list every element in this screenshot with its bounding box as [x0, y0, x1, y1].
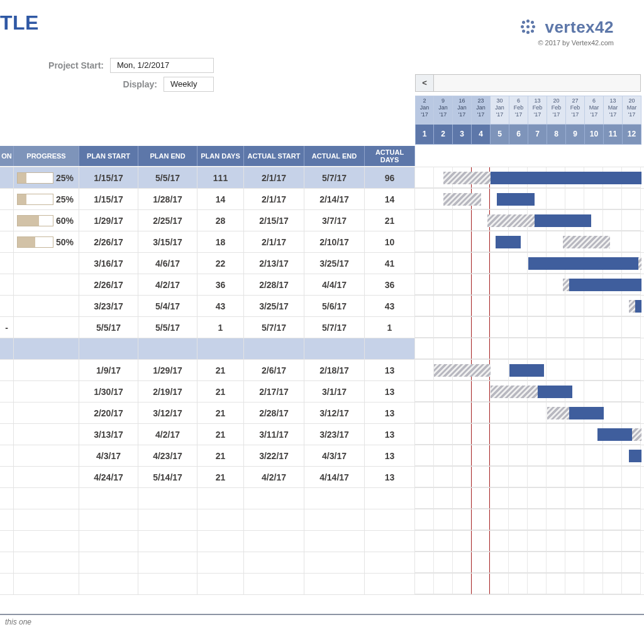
plan-end-cell[interactable]: 2/25/17 [138, 210, 197, 231]
plan-start-cell[interactable]: 1/29/17 [79, 210, 138, 231]
progress-cell[interactable] [14, 296, 79, 316]
actual-days-cell[interactable]: 13 [365, 424, 415, 445]
actual-start-cell[interactable]: 2/28/17 [244, 274, 304, 295]
task-row[interactable]: 4/24/175/14/17214/2/174/14/1713 [0, 467, 644, 488]
plan-end-cell[interactable]: 4/6/17 [138, 253, 197, 274]
actual-days-cell[interactable]: 10 [365, 231, 415, 252]
actual-days-cell[interactable]: 1 [365, 317, 415, 338]
actual-end-cell[interactable]: 3/7/17 [304, 210, 365, 231]
col-plan-start[interactable]: PLAN START [79, 146, 138, 166]
sheet-tab-hint[interactable]: this one [0, 614, 644, 630]
plan-end-cell[interactable]: 4/23/17 [138, 445, 197, 466]
actual-days-cell[interactable]: 13 [365, 445, 415, 466]
task-row[interactable]: 1/9/171/29/17212/6/172/18/1713 [0, 360, 644, 381]
plan-end-cell[interactable]: 5/4/17 [138, 296, 197, 316]
plan-days-cell[interactable]: 18 [197, 231, 244, 252]
actual-start-cell[interactable]: 2/1/17 [244, 167, 304, 188]
actual-days-cell[interactable]: 43 [365, 296, 415, 316]
plan-days-cell[interactable]: 28 [197, 210, 244, 231]
plan-days-cell[interactable] [197, 338, 244, 359]
progress-cell[interactable] [14, 402, 79, 423]
plan-end-cell[interactable] [138, 509, 197, 530]
actual-days-cell[interactable]: 96 [365, 167, 415, 188]
plan-start-cell[interactable]: 2/26/17 [79, 231, 138, 252]
progress-cell[interactable] [14, 253, 79, 274]
task-row[interactable]: -5/5/175/5/1715/7/175/7/171 [0, 317, 644, 338]
plan-days-cell[interactable] [197, 552, 244, 573]
plan-days-cell[interactable]: 21 [197, 360, 244, 380]
plan-start-cell[interactable] [79, 531, 138, 552]
actual-end-cell[interactable] [304, 574, 365, 594]
actual-end-cell[interactable]: 4/4/17 [304, 274, 365, 295]
display-dropdown[interactable]: Weekly [164, 77, 214, 92]
scroll-left-button[interactable]: < [415, 74, 434, 92]
actual-days-cell[interactable] [365, 488, 415, 509]
actual-start-cell[interactable] [244, 338, 304, 359]
col-actual-days[interactable]: ACTUAL DAYS [365, 146, 415, 166]
plan-start-cell[interactable]: 3/23/17 [79, 296, 138, 316]
task-row[interactable] [0, 488, 644, 509]
actual-end-cell[interactable]: 3/23/17 [304, 424, 365, 445]
plan-days-cell[interactable]: 21 [197, 402, 244, 423]
plan-end-cell[interactable]: 1/29/17 [138, 360, 197, 380]
progress-cell[interactable] [14, 467, 79, 487]
plan-days-cell[interactable]: 14 [197, 189, 244, 209]
plan-start-cell[interactable]: 1/15/17 [79, 189, 138, 209]
actual-end-cell[interactable] [304, 531, 365, 552]
progress-cell[interactable]: 25% [14, 167, 79, 188]
actual-days-cell[interactable]: 21 [365, 210, 415, 231]
actual-end-cell[interactable]: 4/3/17 [304, 445, 365, 466]
actual-end-cell[interactable]: 3/12/17 [304, 402, 365, 423]
actual-start-cell[interactable]: 4/2/17 [244, 467, 304, 487]
actual-end-cell[interactable] [304, 488, 365, 509]
progress-cell[interactable] [14, 274, 79, 295]
task-row[interactable] [0, 531, 644, 552]
plan-days-cell[interactable] [197, 509, 244, 530]
plan-end-cell[interactable]: 1/28/17 [138, 189, 197, 209]
plan-days-cell[interactable] [197, 531, 244, 552]
actual-days-cell[interactable]: 13 [365, 402, 415, 423]
plan-end-cell[interactable] [138, 552, 197, 573]
actual-end-cell[interactable]: 3/25/17 [304, 253, 365, 274]
actual-start-cell[interactable]: 3/25/17 [244, 296, 304, 316]
plan-start-cell[interactable]: 4/24/17 [79, 467, 138, 487]
plan-end-cell[interactable] [138, 531, 197, 552]
progress-cell[interactable] [14, 531, 79, 552]
progress-cell[interactable]: 25% [14, 189, 79, 209]
actual-days-cell[interactable] [365, 531, 415, 552]
plan-start-cell[interactable]: 2/26/17 [79, 274, 138, 295]
task-row[interactable] [0, 574, 644, 595]
plan-end-cell[interactable]: 5/5/17 [138, 317, 197, 338]
actual-end-cell[interactable]: 5/7/17 [304, 317, 365, 338]
plan-start-cell[interactable]: 5/5/17 [79, 317, 138, 338]
plan-days-cell[interactable]: 36 [197, 274, 244, 295]
col-progress[interactable]: PROGRESS [14, 146, 79, 166]
col-on[interactable]: ON [0, 146, 14, 166]
progress-cell[interactable] [14, 338, 79, 359]
col-plan-days[interactable]: PLAN DAYS [197, 146, 244, 166]
actual-end-cell[interactable]: 5/7/17 [304, 167, 365, 188]
actual-start-cell[interactable]: 2/1/17 [244, 189, 304, 209]
plan-end-cell[interactable] [138, 574, 197, 594]
plan-end-cell[interactable] [138, 488, 197, 509]
actual-end-cell[interactable] [304, 509, 365, 530]
actual-start-cell[interactable]: 2/6/17 [244, 360, 304, 380]
task-row[interactable] [0, 509, 644, 531]
plan-start-cell[interactable]: 3/13/17 [79, 424, 138, 445]
task-row[interactable]: 50%2/26/173/15/17182/1/172/10/1710 [0, 231, 644, 253]
actual-start-cell[interactable]: 5/7/17 [244, 317, 304, 338]
plan-days-cell[interactable] [197, 488, 244, 509]
actual-end-cell[interactable]: 5/6/17 [304, 296, 365, 316]
actual-start-cell[interactable]: 2/17/17 [244, 381, 304, 402]
project-start-field[interactable]: Mon, 1/2/2017 [110, 58, 214, 73]
plan-days-cell[interactable]: 111 [197, 167, 244, 188]
actual-end-cell[interactable]: 4/14/17 [304, 467, 365, 487]
actual-start-cell[interactable] [244, 552, 304, 573]
actual-start-cell[interactable]: 2/15/17 [244, 210, 304, 231]
plan-end-cell[interactable] [138, 338, 197, 359]
actual-start-cell[interactable]: 3/22/17 [244, 445, 304, 466]
actual-days-cell[interactable]: 13 [365, 467, 415, 487]
actual-end-cell[interactable]: 2/18/17 [304, 360, 365, 380]
plan-days-cell[interactable]: 21 [197, 445, 244, 466]
progress-cell[interactable] [14, 360, 79, 380]
